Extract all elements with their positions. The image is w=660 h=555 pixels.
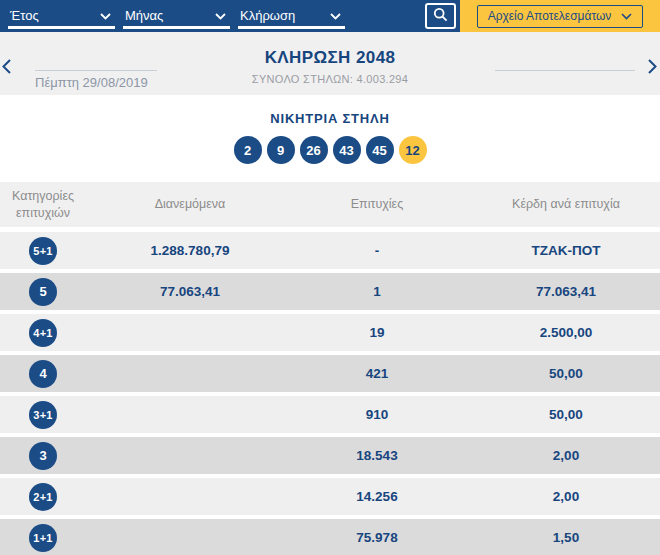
chevron-right-icon <box>648 62 657 77</box>
results-archive-button[interactable]: Αρχείο Αποτελεσμάτων <box>477 5 644 28</box>
distributed-cell: 77.063,41 <box>86 284 294 299</box>
year-dropdown-label: Έτος <box>10 8 39 23</box>
draw-header: Πέμπτη 29/08/2019 ΚΛΗΡΩΣΗ 2048 ΣΥΝΟΛΟ ΣΤ… <box>0 32 660 95</box>
category-cell: 4 <box>0 360 86 388</box>
prize-cell: 50,00 <box>460 366 660 381</box>
table-body: 5+1 1.288.780,79 - ΤΖΑΚ-ΠΟΤ 5 77.063,41 … <box>0 232 660 555</box>
wins-cell: 14.256 <box>294 489 460 504</box>
category-cell: 1+1 <box>0 524 86 552</box>
winning-column-label: ΝΙΚΗΤΡΙΑ ΣΤΗΛΗ <box>0 111 660 126</box>
table-row: 3 18.543 2,00 <box>0 437 660 474</box>
wins-cell: 910 <box>294 407 460 422</box>
winning-number-ball: 26 <box>300 136 328 164</box>
prize-cell: 2,00 <box>460 448 660 463</box>
chevron-down-icon <box>330 8 341 23</box>
table-row: 4 421 50,00 <box>0 355 660 392</box>
category-badge: 1+1 <box>29 524 57 552</box>
winning-number-ball: 45 <box>366 136 394 164</box>
draw-dropdown[interactable]: Κλήρωση <box>238 4 345 29</box>
winning-number-ball: 9 <box>267 136 295 164</box>
prize-cell: 1,50 <box>460 530 660 545</box>
results-archive-label: Αρχείο Αποτελεσμάτων <box>488 9 612 23</box>
table-row: 5 77.063,41 1 77.063,41 <box>0 273 660 310</box>
month-dropdown[interactable]: Μήνας <box>123 4 230 29</box>
winning-column-section: ΝΙΚΗΤΡΙΑ ΣΤΗΛΗ 2 9 26 43 45 12 <box>0 95 660 182</box>
divider-line <box>495 70 635 71</box>
table-row: 2+1 14.256 2,00 <box>0 478 660 515</box>
category-badge: 2+1 <box>29 483 57 511</box>
month-dropdown-label: Μήνας <box>125 8 163 23</box>
category-badge: 5+1 <box>29 237 57 265</box>
category-cell: 4+1 <box>0 319 86 347</box>
header-prize-per-win: Κέρδη ανά επιτυχία <box>460 196 660 213</box>
category-cell: 5 <box>0 278 86 306</box>
category-badge: 3 <box>29 442 57 470</box>
wins-cell: 18.543 <box>294 448 460 463</box>
results-table: Κατηγορίες επιτυχιών Διανεμόμενα Επιτυχί… <box>0 182 660 555</box>
category-cell: 3 <box>0 442 86 470</box>
winning-number-ball: 43 <box>333 136 361 164</box>
category-badge: 4+1 <box>29 319 57 347</box>
search-button[interactable] <box>425 3 456 29</box>
table-header-row: Κατηγορίες επιτυχιών Διανεμόμενα Επιτυχί… <box>0 182 660 227</box>
winning-number-ball: 2 <box>234 136 262 164</box>
category-cell: 5+1 <box>0 237 86 265</box>
distributed-cell: 1.288.780,79 <box>86 243 294 258</box>
wins-cell: 19 <box>294 325 460 340</box>
winning-numbers: 2 9 26 43 45 12 <box>0 136 660 164</box>
year-dropdown[interactable]: Έτος <box>8 4 115 29</box>
table-row: 3+1 910 50,00 <box>0 396 660 433</box>
table-row: 1+1 75.978 1,50 <box>0 519 660 555</box>
table-row: 4+1 19 2.500,00 <box>0 314 660 351</box>
search-icon <box>433 7 448 25</box>
draw-title: ΚΛΗΡΩΣΗ 2048 <box>0 48 660 68</box>
header-distributed: Διανεμόμενα <box>86 196 294 213</box>
prize-cell: 50,00 <box>460 407 660 422</box>
prize-cell: 2.500,00 <box>460 325 660 340</box>
total-columns: ΣΥΝΟΛΟ ΣΤΗΛΩΝ: 4.003.294 <box>0 73 660 85</box>
prize-cell: 77.063,41 <box>460 284 660 299</box>
wins-cell: 75.978 <box>294 530 460 545</box>
category-badge: 4 <box>29 360 57 388</box>
joker-number-ball: 12 <box>399 136 427 164</box>
category-badge: 3+1 <box>29 401 57 429</box>
chevron-down-icon <box>100 8 111 23</box>
archive-area: Αρχείο Αποτελεσμάτων <box>460 0 660 32</box>
draw-dropdown-label: Κλήρωση <box>240 8 295 23</box>
draw-title-block: ΚΛΗΡΩΣΗ 2048 ΣΥΝΟΛΟ ΣΤΗΛΩΝ: 4.003.294 <box>0 48 660 85</box>
prize-cell: ΤΖΑΚ-ΠΟΤ <box>460 243 660 258</box>
wins-cell: 421 <box>294 366 460 381</box>
table-row: 5+1 1.288.780,79 - ΤΖΑΚ-ΠΟΤ <box>0 232 660 269</box>
header-wins: Επιτυχίες <box>294 196 460 213</box>
category-cell: 3+1 <box>0 401 86 429</box>
category-cell: 2+1 <box>0 483 86 511</box>
chevron-down-icon <box>215 8 226 23</box>
category-badge: 5 <box>29 278 57 306</box>
header-categories: Κατηγορίες επιτυχιών <box>0 188 86 222</box>
wins-cell: 1 <box>294 284 460 299</box>
chevron-down-icon <box>621 9 632 23</box>
prize-cell: 2,00 <box>460 489 660 504</box>
filter-bar: Έτος Μήνας Κλήρωση Αρχείο Αποτελεσμάτων <box>0 0 660 32</box>
next-draw-arrow[interactable] <box>648 59 657 77</box>
wins-cell: - <box>294 243 460 258</box>
